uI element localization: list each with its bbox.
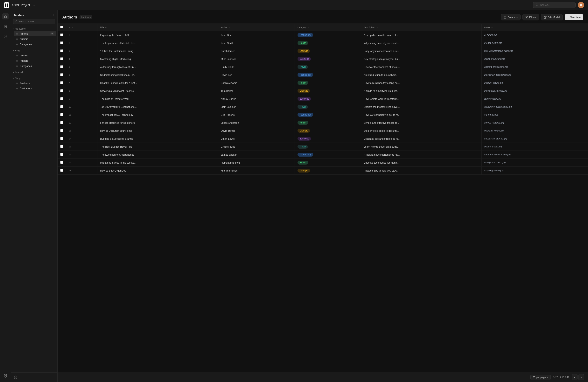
sidebar-item-label: Articles xyxy=(20,32,28,35)
filters-button[interactable]: Filters xyxy=(523,14,539,21)
row-checkbox[interactable] xyxy=(60,33,63,36)
global-search[interactable] xyxy=(533,2,576,8)
table-row[interactable]: 11 The Impact of 5G Technology Ella Robe… xyxy=(58,111,588,119)
sidebar-search-input[interactable] xyxy=(19,20,53,23)
section-header-no-section[interactable]: ▾ No section xyxy=(11,27,57,31)
svg-point-6 xyxy=(580,4,582,5)
sidebar-item-authors-nosection[interactable]: ◈ Authors xyxy=(14,36,56,42)
row-checkbox[interactable] xyxy=(60,97,63,100)
sidebar-item-blog-authors[interactable]: ◈ Authors xyxy=(14,58,56,63)
cell-author: Mia Thompson xyxy=(218,167,295,175)
row-checkbox[interactable] xyxy=(60,81,63,84)
row-checkbox-cell[interactable] xyxy=(58,151,66,159)
row-checkbox-cell[interactable] xyxy=(58,127,66,135)
row-checkbox-cell[interactable] xyxy=(58,143,66,151)
row-checkbox-cell[interactable] xyxy=(58,103,66,111)
columns-button[interactable]: Columns xyxy=(501,14,520,21)
row-checkbox[interactable] xyxy=(60,65,63,68)
table-row[interactable]: 16 The Evolution of Smartphones James Wa… xyxy=(58,151,588,159)
row-checkbox-cell[interactable] xyxy=(58,95,66,103)
table-row[interactable]: 1 Exploring the Future of AI Jane Doe Te… xyxy=(58,31,588,39)
table-row[interactable]: 10 Top 10 Adventure Destinations... Liam… xyxy=(58,103,588,111)
row-checkbox[interactable] xyxy=(60,105,63,108)
row-checkbox-cell[interactable] xyxy=(58,79,66,87)
select-all-checkbox[interactable] xyxy=(60,26,63,28)
table-row[interactable]: 15 The Best Budget Travel Tips Grace Har… xyxy=(58,143,588,151)
row-checkbox[interactable] xyxy=(60,49,63,52)
next-page-button[interactable]: › xyxy=(578,374,584,380)
cell-id: 9 xyxy=(66,95,97,103)
row-checkbox[interactable] xyxy=(60,73,63,76)
rail-models-icon[interactable] xyxy=(2,13,9,20)
sidebar-item-blog-articles[interactable]: ◈ Articles xyxy=(14,53,56,58)
row-checkbox-cell[interactable] xyxy=(58,167,66,175)
rail-assets-icon[interactable] xyxy=(2,33,9,40)
col-cover[interactable]: cover⇅ xyxy=(482,24,588,31)
table-row[interactable]: 9 The Rise of Remote Work Nancy Carter B… xyxy=(58,95,588,103)
table-row[interactable]: 18 How to Stay Organized Mia Thompson Li… xyxy=(58,167,588,175)
svg-rect-10 xyxy=(6,17,7,18)
sidebar-item-categories-nosection[interactable]: ◈ Categories xyxy=(14,42,56,47)
row-checkbox-cell[interactable] xyxy=(58,47,66,55)
row-checkbox[interactable] xyxy=(60,169,63,172)
row-checkbox[interactable] xyxy=(60,161,63,164)
col-description[interactable]: description⇅ xyxy=(361,24,482,31)
table-row[interactable]: 7 Healthy Eating Habits for a Bet... Sop… xyxy=(58,79,588,87)
logo[interactable] xyxy=(4,2,9,8)
table-row[interactable]: 13 How to Declutter Your Home Olivia Tur… xyxy=(58,127,588,135)
table-row[interactable]: 6 Understanding Blockchain Tec... David … xyxy=(58,71,588,79)
table-row[interactable]: 3 10 Tips for Sustainable Living Sarah G… xyxy=(58,47,588,55)
row-checkbox-cell[interactable] xyxy=(58,31,66,39)
row-checkbox-cell[interactable] xyxy=(58,87,66,95)
project-chevron-icon[interactable]: ⌄ xyxy=(33,4,35,6)
rail-settings-icon[interactable] xyxy=(2,373,9,379)
row-checkbox[interactable] xyxy=(60,113,63,116)
row-checkbox-cell[interactable] xyxy=(58,135,66,143)
table-row[interactable]: 17 Managing Stress in the Workp... Isabe… xyxy=(58,159,588,167)
section-header-blog[interactable]: ▾ Blog xyxy=(11,48,57,53)
sidebar-add-button[interactable]: + xyxy=(52,13,54,17)
table-row[interactable]: 12 Fitness Routines for Beginners Lucas … xyxy=(58,119,588,127)
sidebar-item-products[interactable]: ◈ Products xyxy=(14,81,56,85)
sidebar-settings-icon[interactable] xyxy=(13,375,18,380)
col-author[interactable]: author⇅ xyxy=(218,24,295,31)
row-checkbox-cell[interactable] xyxy=(58,119,66,127)
new-item-button[interactable]: + New Item xyxy=(565,14,584,20)
row-checkbox[interactable] xyxy=(60,153,63,156)
row-checkbox-cell[interactable] xyxy=(58,55,66,63)
row-checkbox-cell[interactable] xyxy=(58,111,66,119)
row-checkbox[interactable] xyxy=(60,89,63,92)
per-page-selector[interactable]: 20 per page ▾ xyxy=(530,375,551,380)
col-category[interactable]: category⇅ xyxy=(295,24,361,31)
edit-model-button[interactable]: Edit Model xyxy=(541,14,563,21)
col-id[interactable]: id⇅ xyxy=(66,24,97,31)
row-checkbox[interactable] xyxy=(60,145,63,148)
section-header-shop[interactable]: ▾ Shop xyxy=(11,76,57,80)
col-title[interactable]: title⇅ xyxy=(97,24,218,31)
search-input[interactable] xyxy=(540,3,573,6)
sidebar-item-blog-categories[interactable]: ◈ Categories xyxy=(14,64,56,68)
select-all-header[interactable] xyxy=(58,24,66,31)
row-checkbox-cell[interactable] xyxy=(58,71,66,79)
sidebar-search[interactable] xyxy=(13,19,55,24)
table-row[interactable]: 8 Creating a Minimalist Lifestyle Tom Ba… xyxy=(58,87,588,95)
sidebar-item-articles[interactable]: ◈ Articles 0 xyxy=(14,31,56,36)
table-row[interactable]: 4 Mastering Digital Marketing Mike Johns… xyxy=(58,55,588,63)
prev-page-button[interactable]: ‹ xyxy=(572,374,578,380)
row-checkbox-cell[interactable] xyxy=(58,39,66,47)
row-checkbox[interactable] xyxy=(60,129,63,132)
row-checkbox[interactable] xyxy=(60,137,63,140)
row-checkbox[interactable] xyxy=(60,42,63,44)
row-checkbox[interactable] xyxy=(60,57,63,60)
table-row[interactable]: 14 Building a Successful Startup Ethan L… xyxy=(58,135,588,143)
row-checkbox-cell[interactable] xyxy=(58,63,66,71)
sidebar-item-customers[interactable]: ◈ Customers xyxy=(14,86,56,91)
table-row[interactable]: 5 A Journey through Ancient Civ... Emily… xyxy=(58,63,588,71)
row-checkbox[interactable] xyxy=(60,121,63,124)
svg-rect-19 xyxy=(504,16,505,18)
row-checkbox-cell[interactable] xyxy=(58,159,66,167)
avatar[interactable] xyxy=(578,2,584,8)
table-row[interactable]: 2 The Importance of Mental Hec... John S… xyxy=(58,39,588,47)
rail-content-icon[interactable] xyxy=(2,23,9,30)
section-header-internal[interactable]: ▸ Internal xyxy=(11,70,57,74)
